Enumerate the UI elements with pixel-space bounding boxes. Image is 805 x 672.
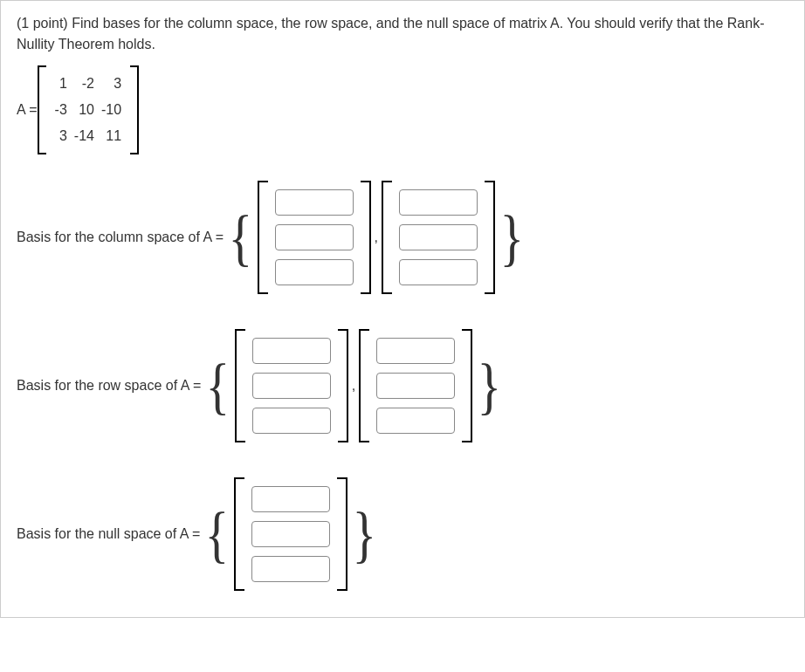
matrix-A: 1 -2 3 -3 10 -10 3 -14 11 [38,65,139,154]
bracket-left [235,329,245,442]
row-space-v2-c1[interactable] [376,338,455,364]
bracket-left [38,65,46,154]
bracket-left [359,329,369,442]
column-space-vector-2 [382,181,495,294]
col-space-v1-c2[interactable] [275,224,354,250]
null-space-vector-1 [234,477,347,591]
bracket-right [338,329,348,442]
bracket-right [462,329,472,442]
set-comma: , [348,378,359,394]
close-curly: } [351,503,378,566]
column-space-vector-1 [258,181,371,294]
null-space-v1-c2[interactable] [251,521,330,547]
bracket-left [382,181,392,294]
bracket-left [234,477,244,591]
bracket-right [361,181,371,294]
row-space-vector-1 [235,329,348,442]
row-space-vector-2 [359,329,472,442]
col-space-v1-c3[interactable] [275,259,354,285]
matrix-definition: A = 1 -2 3 -3 10 -10 3 -14 11 [17,65,788,154]
matrix-cell: 1 [52,71,71,97]
matrix-cell: 11 [98,123,125,149]
close-curly: } [476,354,503,417]
bracket-left [258,181,268,294]
matrix-cell: 3 [52,123,71,149]
col-space-v2-c1[interactable] [399,189,478,216]
matrix-row: -3 10 -10 [52,97,125,123]
matrix-row: 1 -2 3 [52,71,125,97]
matrix-body: 1 -2 3 -3 10 -10 3 -14 11 [46,65,130,154]
column-space-row: Basis for the column space of A = { , } [17,181,788,294]
column-space-label: Basis for the column space of A = [17,230,224,245]
null-space-label: Basis for the null space of A = [17,526,200,542]
matrix-label: A = [17,102,38,118]
bracket-right [130,65,139,154]
question-points: (1 point) [17,16,72,31]
row-space-row: Basis for the row space of A = { , } [17,329,788,442]
set-comma: , [371,230,382,245]
col-space-v2-c3[interactable] [399,259,478,285]
row-space-v1-c3[interactable] [252,408,331,434]
matrix-cell: 10 [71,97,98,123]
null-space-v1-c1[interactable] [251,486,330,512]
matrix-cell: -2 [71,71,98,97]
row-space-v2-c3[interactable] [376,408,455,434]
matrix-cell: 3 [98,71,125,97]
col-space-v2-c2[interactable] [399,224,478,250]
question-body: Find bases for the column space, the row… [17,16,764,51]
matrix-cell: -14 [71,123,98,149]
matrix-row: 3 -14 11 [52,123,125,149]
row-space-v1-c2[interactable] [252,373,331,399]
close-curly: } [499,206,526,269]
row-space-label: Basis for the row space of A = [17,378,201,394]
open-curly: { [204,354,231,417]
bracket-right [337,477,347,591]
bracket-right [485,181,495,294]
col-space-v1-c1[interactable] [275,189,354,216]
row-space-v1-c1[interactable] [252,338,331,364]
open-curly: { [227,206,254,269]
open-curly: { [203,503,230,566]
matrix-cell: -3 [52,97,71,123]
matrix-cell: -10 [98,97,125,123]
null-space-row: Basis for the null space of A = { } [17,477,788,591]
row-space-v2-c2[interactable] [376,373,455,399]
null-space-v1-c3[interactable] [251,556,330,582]
question-text: (1 point) Find bases for the column spac… [17,13,788,55]
